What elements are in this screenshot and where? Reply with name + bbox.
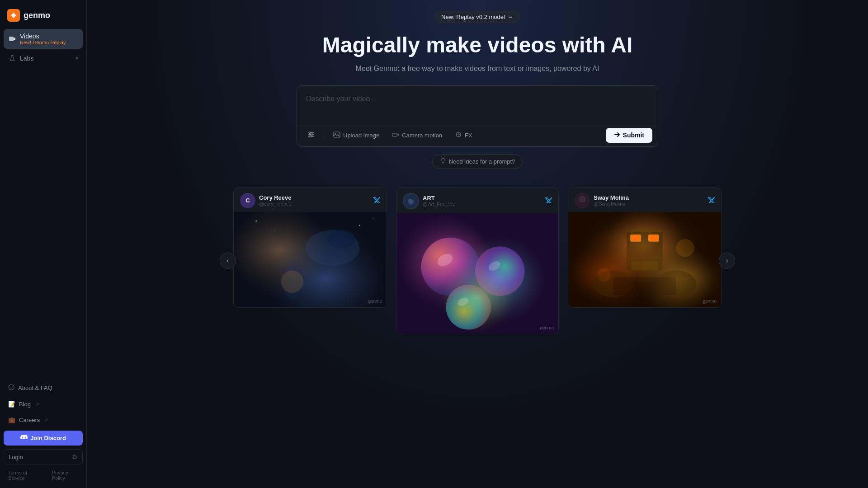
svg-point-21	[283, 268, 301, 300]
prompt-input[interactable]	[297, 86, 658, 122]
svg-rect-46	[568, 212, 721, 307]
privacy-link[interactable]: Privacy Policy	[52, 470, 78, 481]
submit-icon	[614, 131, 620, 139]
card-user-cory: C Cory Reeve @cory_reeve1	[240, 193, 292, 208]
svg-point-36	[421, 237, 480, 296]
svg-rect-34	[396, 213, 558, 334]
watermark-art: genmo	[540, 325, 554, 330]
gallery-prev-button[interactable]: ‹	[220, 253, 236, 269]
ideas-button[interactable]: Need ideas for a prompt?	[432, 154, 523, 169]
sidebar-item-about[interactable]: ? About & FAQ	[4, 380, 83, 395]
settings-button[interactable]	[302, 128, 320, 142]
svg-point-40	[446, 285, 491, 329]
svg-rect-47	[568, 212, 721, 307]
sidebar-item-blog[interactable]: 📝 Blog ↗	[4, 397, 83, 411]
fx-button[interactable]: FX	[449, 128, 478, 143]
blog-label: Blog	[19, 401, 31, 408]
hero-title: Magically make videos with AI	[322, 32, 632, 58]
upload-image-button[interactable]: Upload image	[328, 128, 385, 143]
sidebar-item-labs[interactable]: Labs ▾	[4, 51, 83, 66]
svg-point-25	[274, 230, 274, 230]
gallery-next-button[interactable]: ›	[719, 253, 735, 269]
svg-point-24	[255, 220, 257, 221]
camera-motion-button[interactable]: Camera motion	[387, 128, 448, 143]
svg-point-2	[12, 59, 13, 60]
card-image-cory: genmo	[234, 212, 387, 307]
svg-rect-55	[638, 270, 651, 282]
username-cory: Cory Reeve	[259, 194, 292, 201]
svg-point-19	[306, 230, 359, 266]
labs-chevron-icon: ▾	[75, 55, 78, 61]
svg-rect-54	[631, 261, 658, 270]
labs-icon	[8, 54, 16, 62]
svg-point-20	[328, 230, 355, 248]
camera-icon	[392, 131, 399, 140]
about-icon: ?	[8, 384, 14, 392]
card-user-sway: Sway Molina @SwayMolina	[575, 193, 629, 208]
gallery-section: ‹ C Cory Reeve @cory_reeve1	[229, 187, 726, 335]
svg-rect-11	[334, 132, 340, 137]
card-image-art: genmo	[396, 213, 558, 334]
external-link-icon-2: ↗	[44, 418, 48, 422]
announcement-label: New: Replay v0.2 model	[441, 14, 505, 20]
svg-rect-1	[9, 37, 14, 41]
announcement-badge[interactable]: New: Replay v0.2 model →	[434, 11, 520, 23]
careers-icon: 💼	[8, 417, 15, 423]
card-image-sway: genmo	[568, 212, 721, 307]
svg-text:?: ?	[10, 386, 13, 390]
svg-point-22	[285, 263, 299, 277]
handle-sway: @SwayMolina	[594, 201, 629, 206]
prompt-container: Upload image Camera motion	[297, 85, 658, 147]
svg-rect-53	[627, 257, 663, 258]
twitter-icon-art[interactable]	[545, 197, 552, 205]
svg-point-57	[656, 270, 696, 297]
fx-label: FX	[465, 132, 472, 139]
svg-rect-50	[630, 235, 641, 242]
submit-button[interactable]: Submit	[606, 128, 652, 143]
logo: genmo	[4, 5, 83, 29]
videos-sublabel: New! Genmo Replay	[20, 40, 66, 45]
twitter-icon-sway[interactable]	[708, 197, 715, 204]
avatar-art	[403, 193, 419, 209]
svg-point-27	[373, 218, 373, 219]
sidebar-item-careers[interactable]: 💼 Careers ↗	[4, 413, 83, 427]
svg-point-41	[456, 296, 470, 308]
announcement-arrow: →	[508, 14, 514, 20]
terms-link[interactable]: Terms of Service	[8, 470, 40, 481]
svg-point-43	[579, 196, 586, 203]
ideas-label: Need ideas for a prompt?	[449, 158, 515, 165]
svg-rect-35	[396, 213, 558, 334]
careers-label: Careers	[19, 417, 40, 423]
gallery-card-sway[interactable]: Sway Molina @SwayMolina	[568, 187, 722, 308]
sidebar-nav: Videos New! Genmo Replay Labs ▾	[4, 29, 83, 203]
gallery-card-cory[interactable]: C Cory Reeve @cory_reeve1	[233, 187, 387, 308]
blog-icon: 📝	[8, 401, 15, 408]
labs-label: Labs	[20, 55, 33, 62]
about-label: About & FAQ	[18, 385, 52, 391]
sidebar: genmo Videos New! Genmo Replay	[0, 0, 87, 488]
genmo-logo-icon	[7, 9, 20, 22]
lightbulb-icon	[440, 158, 446, 165]
twitter-icon-cory[interactable]	[373, 197, 380, 204]
fx-icon	[455, 131, 462, 140]
sidebar-item-videos[interactable]: Videos New! Genmo Replay	[4, 29, 83, 49]
svg-point-62	[598, 268, 611, 282]
external-link-icon: ↗	[35, 402, 39, 407]
svg-point-38	[475, 246, 524, 296]
discord-icon	[20, 435, 28, 441]
watermark-sway: genmo	[703, 299, 717, 304]
svg-rect-49	[627, 230, 663, 270]
logo-text: genmo	[24, 11, 50, 20]
gallery-card-art[interactable]: ART @Art_For_Joy	[396, 187, 559, 335]
watermark-cory: genmo	[368, 299, 382, 304]
join-discord-label: Join Discord	[30, 435, 66, 441]
svg-rect-17	[234, 212, 387, 307]
svg-point-59	[631, 235, 640, 241]
login-label: Login	[9, 454, 23, 460]
join-discord-button[interactable]: Join Discord	[4, 431, 83, 446]
main-content: New: Replay v0.2 model → Magically make …	[87, 0, 868, 488]
svg-point-39	[487, 259, 502, 272]
svg-rect-18	[234, 212, 387, 307]
videos-icon	[8, 35, 16, 43]
login-button[interactable]: Login ⚙	[4, 449, 83, 465]
